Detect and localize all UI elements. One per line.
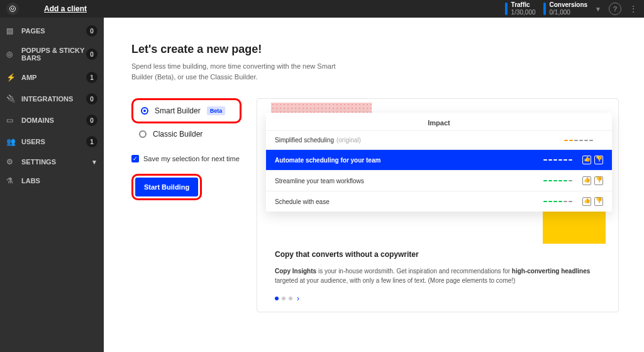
thumbs-down-icon[interactable] [594, 197, 603, 206]
traffic-value: 1/30,000 [511, 9, 536, 16]
sidebar-item-label: LABS [21, 177, 97, 185]
thumbs-down-icon[interactable] [594, 156, 603, 164]
conversions-bar-icon [543, 3, 546, 15]
page-subhead: Spend less time building, more time conv… [131, 61, 358, 82]
traffic-metric: Traffic 1/30,000 [505, 1, 536, 16]
traffic-label: Traffic [511, 1, 536, 9]
amp-icon: ⚡ [6, 73, 15, 82]
thumbs-up-icon[interactable] [582, 176, 591, 185]
nav-badge: 1 [86, 72, 97, 83]
domains-icon: ▭ [6, 116, 15, 125]
sidebar-item-label: PAGES [21, 27, 86, 35]
original-tag: (original) [336, 137, 361, 144]
plug-icon: 🔌 [6, 94, 15, 103]
thumbs-down-icon[interactable] [594, 176, 603, 185]
page-title: Let's create a new page! [131, 43, 619, 56]
impact-row: Simplified scheduling(original) [266, 130, 612, 149]
sidebar-item-integrations[interactable]: 🔌 INTEGRATIONS 0 [0, 88, 104, 110]
builder-selection-column: Smart Builder Beta Classic Builder ✓ Sav… [131, 98, 242, 312]
save-label: Save my selection for next time [143, 155, 240, 162]
classic-builder-option[interactable]: Classic Builder [131, 123, 242, 145]
row-text: Schedule with ease [275, 198, 543, 205]
conversions-metric: Conversions 0/1,000 [543, 1, 588, 16]
nav-badge: 0 [86, 25, 97, 37]
metrics-dropdown-icon[interactable]: ▼ [595, 6, 601, 13]
sidebar-item-label: AMP [21, 74, 86, 81]
logo[interactable] [6, 3, 19, 15]
smart-builder-option-highlight: Smart Builder Beta [131, 98, 242, 123]
checkbox-checked-icon[interactable]: ✓ [131, 155, 139, 162]
sidebar-item-label: POPUPS & STICKY BARS [21, 47, 86, 62]
option-label: Smart Builder [155, 106, 201, 115]
start-building-button[interactable]: Start Building [135, 178, 198, 196]
thumbs-up-icon[interactable] [582, 197, 591, 206]
conversions-label: Conversions [550, 1, 588, 9]
conversions-value: 0/1,000 [550, 9, 588, 16]
gear-icon: ⚙ [6, 157, 15, 166]
preview-panel: Impact Simplified scheduling(original) A… [257, 98, 619, 312]
sidebar-item-amp[interactable]: ⚡ AMP 1 [0, 67, 104, 88]
carousel-dot[interactable] [289, 297, 292, 300]
flask-icon: ⚗ [6, 176, 15, 185]
radio-icon [139, 130, 147, 138]
svg-point-0 [10, 6, 16, 12]
carousel-dots: › [257, 294, 618, 312]
main-content: Let's create a new page! Spend less time… [104, 18, 644, 352]
sidebar-item-labs[interactable]: ⚗ LABS [0, 171, 104, 190]
start-building-highlight: Start Building [131, 174, 202, 200]
preview-title: Copy that converts without a copywriter [275, 250, 601, 259]
nav-badge: 1 [86, 136, 97, 147]
sidebar-item-label: DOMAINS [21, 116, 86, 124]
sidebar-item-label: INTEGRATIONS [21, 95, 86, 103]
sidebar-item-domains[interactable]: ▭ DOMAINS 0 [0, 110, 104, 131]
impact-dashes [543, 159, 572, 161]
sidebar-item-settings[interactable]: ⚙ SETTINGS ▼ [0, 152, 104, 171]
chevron-down-icon: ▼ [91, 159, 97, 166]
beta-badge: Beta [207, 106, 226, 115]
sidebar-item-popups[interactable]: ◎ POPUPS & STICKY BARS 0 [0, 42, 104, 67]
sidebar-item-label: USERS [21, 138, 86, 145]
popups-icon: ◎ [6, 50, 15, 59]
carousel-next-icon[interactable]: › [297, 294, 299, 303]
impact-row: Streamline your team workflows [266, 170, 612, 191]
impact-header: Impact [266, 113, 612, 130]
account-menu-icon[interactable]: ⋮ [629, 4, 638, 14]
sidebar-item-label: SETTINGS [21, 158, 91, 166]
logo-icon [9, 5, 16, 13]
preview-illustration: Impact Simplified scheduling(original) A… [257, 99, 618, 237]
preview-body: Copy Insights is your in-house wordsmith… [275, 266, 601, 285]
topbar: Add a client Traffic 1/30,000 Conversion… [0, 0, 644, 18]
impact-row-selected: Automate scheduling for your team [266, 149, 612, 170]
impact-row: Schedule with ease [266, 191, 612, 212]
carousel-dot[interactable] [282, 297, 286, 300]
impact-dashes [543, 180, 572, 181]
nav-badge: 0 [86, 48, 97, 60]
impact-dashes [543, 201, 572, 202]
option-label: Classic Builder [153, 130, 203, 139]
sidebar-item-pages[interactable]: ▤ PAGES 0 [0, 20, 104, 42]
thumbs-up-icon[interactable] [582, 156, 591, 164]
users-icon: 👥 [6, 137, 15, 146]
save-selection-row[interactable]: ✓ Save my selection for next time [131, 155, 242, 162]
help-icon[interactable]: ? [609, 3, 621, 15]
traffic-bar-icon [505, 3, 508, 15]
sidebar: ▤ PAGES 0 ◎ POPUPS & STICKY BARS 0 ⚡ AMP… [0, 18, 104, 352]
smart-builder-option[interactable]: Smart Builder Beta [133, 100, 240, 122]
row-text: Simplified scheduling [275, 137, 334, 144]
carousel-dot[interactable] [275, 297, 279, 300]
nav-badge: 0 [86, 115, 97, 126]
sidebar-item-users[interactable]: 👥 USERS 1 [0, 131, 104, 152]
nav-badge: 0 [86, 93, 97, 105]
row-text: Automate scheduling for your team [275, 157, 543, 164]
add-client-link[interactable]: Add a client [44, 4, 87, 13]
impact-dashes [564, 140, 593, 141]
impact-card: Impact Simplified scheduling(original) A… [266, 113, 612, 212]
row-text: Streamline your team workflows [275, 178, 543, 185]
preview-text-block: Copy that converts without a copywriter … [257, 237, 618, 294]
radio-icon [141, 107, 148, 115]
pages-icon: ▤ [6, 26, 15, 35]
